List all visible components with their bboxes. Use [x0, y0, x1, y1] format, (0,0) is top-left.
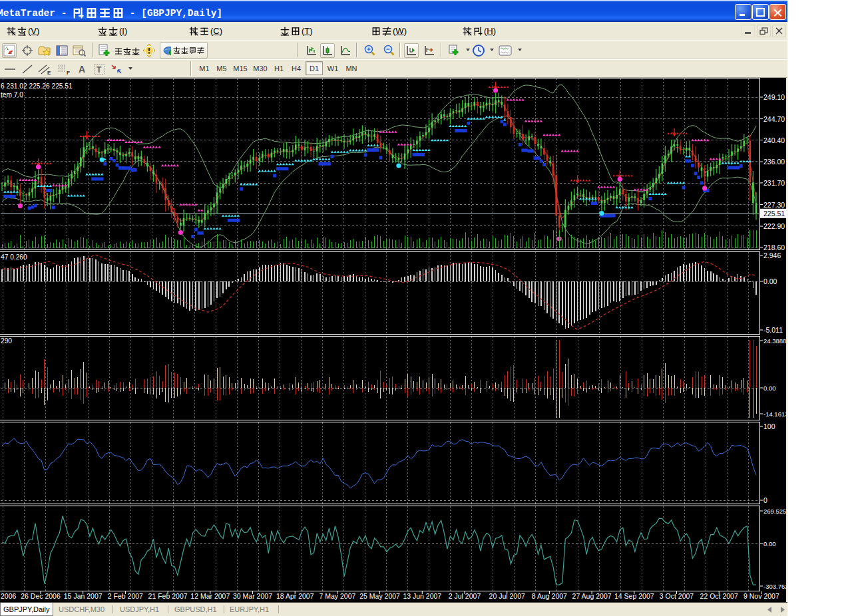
svg-text:F: F: [67, 70, 70, 75]
svg-text:47 0.260: 47 0.260: [1, 253, 27, 261]
svg-text:-303.762: -303.762: [763, 583, 787, 590]
svg-text:290: 290: [1, 337, 12, 345]
svg-text:0.00: 0.00: [763, 277, 777, 285]
svg-text:0: 0: [763, 496, 767, 504]
svg-text:24.3888: 24.3888: [763, 337, 786, 345]
svg-text:225.51: 225.51: [763, 210, 785, 218]
svg-text:249.10: 249.10: [763, 93, 785, 101]
svg-text:E: E: [47, 70, 51, 75]
svg-text:227.30: 227.30: [763, 201, 785, 209]
svg-text:218.60: 218.60: [763, 243, 785, 251]
svg-text:-5.011: -5.011: [763, 326, 783, 334]
svg-text:A: A: [79, 64, 85, 75]
svg-text:236.00: 236.00: [763, 158, 785, 166]
svg-text:222.90: 222.90: [763, 222, 785, 230]
svg-text:0.00: 0.00: [763, 385, 776, 392]
svg-text:240.40: 240.40: [763, 136, 785, 144]
svg-text:2006: 2006: [1, 592, 17, 600]
svg-text:244.70: 244.70: [763, 115, 785, 123]
svg-text:269.5252: 269.5252: [763, 508, 787, 515]
svg-text:100: 100: [763, 422, 775, 430]
svg-text:-14.1613: -14.1613: [763, 410, 787, 418]
svg-text:2.946: 2.946: [763, 251, 781, 259]
svg-text:6 231.02 225.26 225.51: 6 231.02 225.26 225.51: [1, 82, 73, 90]
svg-text:T: T: [97, 65, 102, 75]
svg-text:0.00: 0.00: [763, 540, 776, 547]
svg-text:231.70: 231.70: [763, 179, 785, 187]
svg-text:tem 7.0: tem 7.0: [1, 91, 23, 98]
